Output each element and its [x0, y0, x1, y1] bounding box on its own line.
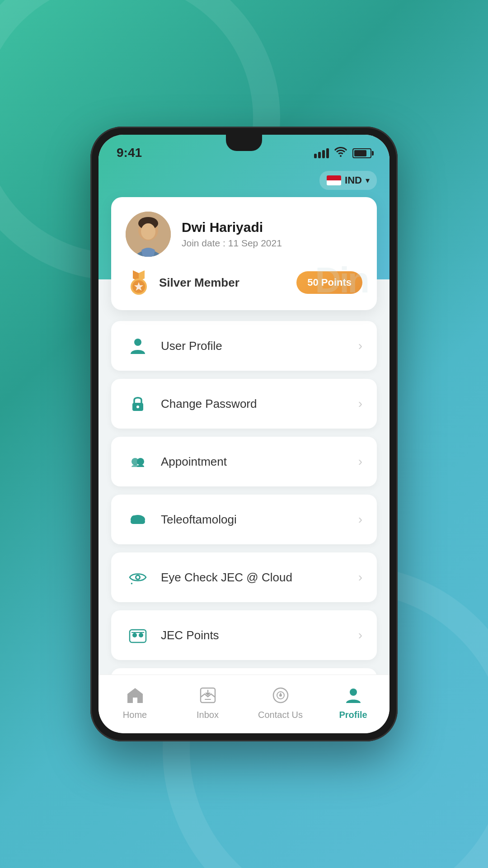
menu-icon-teleoftamologi — [126, 507, 150, 532]
menu-item-left-change-password: Change Password — [126, 392, 257, 416]
menu-icon-appointment — [126, 449, 150, 474]
menu-label-user-profile: User Profile — [161, 339, 222, 353]
menu-item-left-eye-check: ● Eye Check JEC @ Cloud — [126, 565, 292, 590]
menu-label-change-password: Change Password — [161, 397, 257, 411]
menu-item-appointment[interactable]: Appointment › — [111, 437, 377, 486]
phone-screen: 9:41 — [99, 135, 389, 733]
membership-row: Silver Member 50 Points — [126, 269, 362, 296]
medal-icon — [126, 269, 152, 296]
svg-point-14 — [137, 458, 144, 465]
menu-icon-eye-check: ● — [126, 565, 150, 590]
svg-point-23 — [132, 633, 137, 637]
menu-icon-change-password — [126, 392, 150, 416]
svg-point-20 — [136, 576, 139, 579]
menu-item-left-appointment: Appointment — [126, 449, 227, 474]
svg-point-30 — [279, 694, 282, 697]
menu-icon-jec-points — [126, 623, 150, 647]
language-selector[interactable]: IND ▾ — [111, 171, 377, 190]
svg-text:●: ● — [131, 581, 133, 585]
menu-item-user-profile[interactable]: User Profile › — [111, 321, 377, 371]
home-icon — [123, 684, 147, 707]
profile-nav-icon — [342, 684, 365, 707]
svg-point-10 — [134, 339, 141, 346]
menu-item-left-teleoftamologi: Teleoftamologi — [126, 507, 237, 532]
svg-point-4 — [141, 223, 155, 240]
status-icons — [314, 146, 371, 160]
menu-arrow-user-profile: › — [358, 339, 362, 353]
membership-label: Silver Member — [159, 276, 239, 290]
menu-label-appointment: Appointment — [161, 455, 227, 469]
lang-code: IND — [345, 175, 362, 186]
menu-list: User Profile › Change Password › Appoint… — [111, 321, 377, 675]
nav-item-home[interactable]: Home — [99, 679, 171, 725]
menu-label-teleoftamologi: Teleoftamologi — [161, 513, 237, 527]
screen-content: IND ▾ — [99, 166, 389, 675]
join-date: Join date : 11 Sep 2021 — [182, 238, 282, 249]
menu-item-teleoftamologi[interactable]: Teleoftamologi › — [111, 495, 377, 544]
svg-point-31 — [350, 689, 357, 696]
menu-item-daftar-pasien[interactable]: Daftar Pasien › — [111, 668, 377, 675]
nav-label-home: Home — [123, 710, 147, 720]
menu-label-eye-check: Eye Check JEC @ Cloud — [161, 571, 292, 585]
membership-left: Silver Member — [126, 269, 239, 296]
lang-dropdown-arrow: ▾ — [366, 175, 370, 185]
nav-label-inbox: Inbox — [197, 710, 219, 720]
inbox-icon — [196, 684, 220, 707]
menu-item-left-jec-points: JEC Points — [126, 623, 219, 647]
flag-indonesia — [327, 175, 341, 185]
menu-item-jec-points[interactable]: JEC Points › — [111, 610, 377, 660]
avatar — [126, 212, 171, 257]
menu-arrow-jec-points: › — [358, 628, 362, 642]
svg-rect-22 — [130, 630, 146, 642]
bottom-nav: Home Inbox — [99, 675, 389, 733]
menu-label-jec-points: JEC Points — [161, 628, 219, 642]
profile-card-header: Dwi Hariyadi Join date : 11 Sep 2021 — [126, 212, 362, 257]
contact-icon — [269, 684, 292, 707]
user-info: Dwi Hariyadi Join date : 11 Sep 2021 — [182, 220, 282, 249]
menu-item-left-user-profile: User Profile — [126, 334, 222, 358]
nav-item-inbox[interactable]: Inbox — [171, 679, 244, 725]
phone-frame: 9:41 — [90, 127, 398, 741]
lang-button[interactable]: IND ▾ — [319, 171, 377, 190]
profile-card: Dwi Hariyadi Join date : 11 Sep 2021 — [111, 197, 377, 310]
menu-arrow-change-password: › — [358, 396, 362, 411]
menu-arrow-eye-check: › — [358, 570, 362, 585]
battery-icon — [352, 148, 371, 158]
menu-arrow-appointment: › — [358, 454, 362, 469]
nav-label-contact: Contact Us — [258, 710, 303, 720]
menu-icon-user-profile — [126, 334, 150, 358]
points-badge: 50 Points — [296, 271, 362, 294]
notch — [226, 135, 262, 151]
menu-item-change-password[interactable]: Change Password › — [111, 379, 377, 429]
nav-item-contact[interactable]: Contact Us — [244, 679, 317, 725]
menu-item-eye-check[interactable]: ● Eye Check JEC @ Cloud › — [111, 552, 377, 602]
wifi-icon — [334, 146, 347, 160]
signal-icon — [314, 148, 329, 158]
status-time: 9:41 — [117, 146, 142, 160]
user-name: Dwi Hariyadi — [182, 220, 282, 235]
svg-rect-18 — [131, 519, 145, 524]
menu-arrow-teleoftamologi: › — [358, 512, 362, 527]
svg-point-12 — [136, 406, 139, 408]
svg-point-24 — [139, 633, 143, 637]
nav-item-profile[interactable]: Profile — [317, 679, 389, 725]
nav-label-profile: Profile — [339, 710, 367, 720]
